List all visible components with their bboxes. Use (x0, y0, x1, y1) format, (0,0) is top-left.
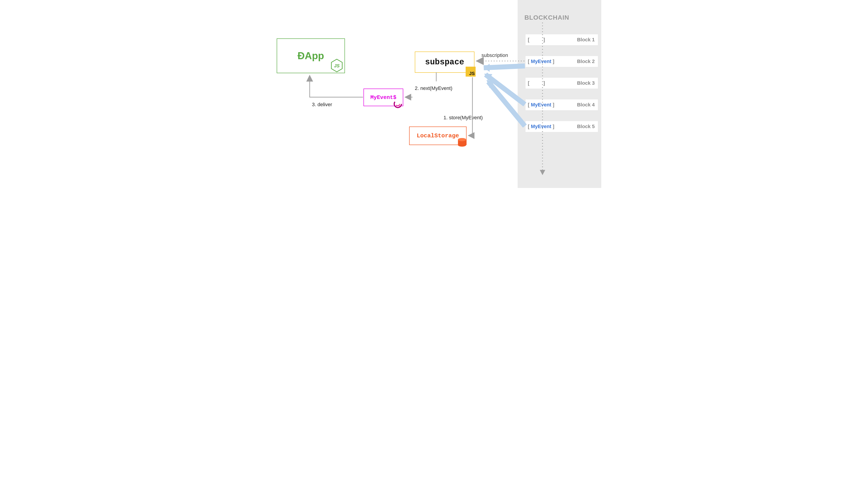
bracket-left: [ (528, 59, 529, 64)
bracket-right: ] (553, 59, 554, 64)
localstorage-box: LocalStorage (409, 127, 467, 145)
myevent-box: MyEvent$ (364, 89, 403, 106)
blockchain-title: BLOCKCHAIN (524, 14, 569, 21)
block-event: MyEvent (531, 59, 551, 64)
block-name: Block 2 (577, 59, 598, 64)
localstorage-label: LocalStorage (416, 132, 459, 139)
block-row-4: [ MyEvent ] Block 4 (526, 99, 598, 110)
bracket-right: ] (553, 102, 554, 107)
block-name: Block 5 (577, 124, 598, 129)
bracket-right: ] (543, 37, 545, 42)
block-row-5: [ MyEvent ] Block 5 (526, 121, 598, 132)
svg-marker-11 (484, 74, 492, 81)
block-event: MyEvent (531, 124, 551, 129)
bracket-right: ] (553, 124, 554, 129)
bracket-left: [ (528, 80, 529, 86)
myevent-label: MyEvent$ (370, 94, 396, 101)
block-name: Block 1 (577, 37, 598, 43)
blockchain-panel (518, 0, 601, 188)
block-row-3: [ ] Block 3 (526, 78, 598, 89)
block-row-1: [ ] Block 1 (526, 34, 598, 45)
dapp-box: ÐApp (277, 38, 345, 73)
svg-marker-13 (487, 80, 495, 88)
bracket-left: [ (528, 102, 529, 107)
deliver-label: 3. deliver (312, 102, 332, 107)
bracket-left: [ (528, 124, 529, 129)
subspace-label: subspace (425, 58, 464, 67)
svg-marker-9 (484, 64, 490, 72)
bracket-right: ] (543, 80, 545, 86)
dapp-label: ÐApp (298, 50, 324, 61)
block-event: MyEvent (531, 102, 551, 107)
block-name: Block 3 (577, 80, 598, 86)
store-label: 1. store(MyEvent) (443, 115, 483, 121)
diagram-stage: BLOCKCHAIN [ ] Block 1 [ MyEvent ] Block… (267, 0, 601, 188)
subscription-label: subscription (482, 53, 508, 58)
js-badge-icon: JS (466, 67, 475, 76)
block-name: Block 4 (577, 102, 598, 108)
bracket-left: [ (528, 37, 529, 42)
block-row-2: [ MyEvent ] Block 2 (526, 56, 598, 67)
next-label: 2. next(MyEvent) (415, 86, 452, 91)
